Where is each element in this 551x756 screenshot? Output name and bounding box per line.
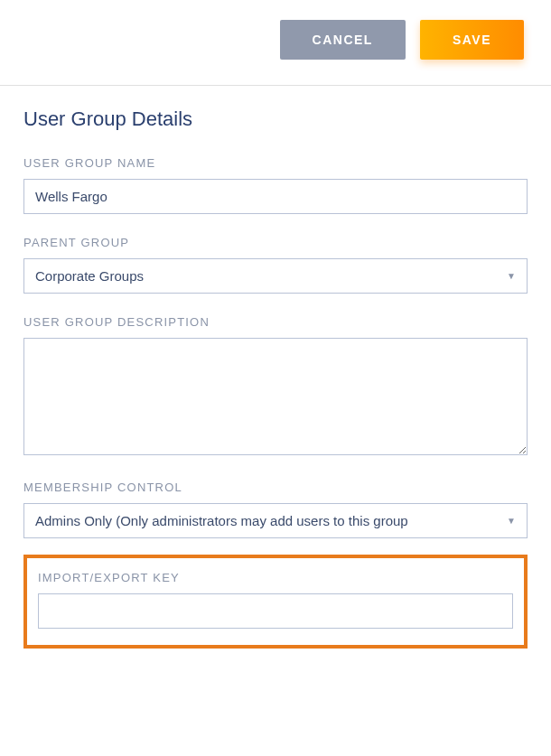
- caret-down-icon: ▼: [507, 516, 516, 526]
- import-export-field-group: IMPORT/EXPORT KEY: [38, 571, 513, 629]
- group-name-input[interactable]: [23, 179, 528, 214]
- membership-control-select[interactable]: Admins Only (Only administrators may add…: [23, 503, 528, 538]
- save-button[interactable]: SAVE: [420, 20, 524, 60]
- membership-control-label: MEMBERSHIP CONTROL: [23, 481, 528, 494]
- import-export-label: IMPORT/EXPORT KEY: [38, 571, 513, 584]
- description-label: USER GROUP DESCRIPTION: [23, 315, 528, 329]
- import-export-input[interactable]: [38, 593, 513, 629]
- page-title: User Group Details: [23, 107, 528, 131]
- cancel-button[interactable]: CANCEL: [280, 20, 406, 60]
- parent-group-field-group: PARENT GROUP Corporate Groups ▼: [23, 236, 528, 294]
- group-name-label: USER GROUP NAME: [23, 156, 528, 170]
- parent-group-value: Corporate Groups: [35, 268, 500, 284]
- import-export-highlight: IMPORT/EXPORT KEY: [23, 555, 528, 649]
- parent-group-select[interactable]: Corporate Groups ▼: [23, 258, 528, 294]
- parent-group-label: PARENT GROUP: [23, 236, 528, 249]
- membership-control-field-group: MEMBERSHIP CONTROL Admins Only (Only adm…: [23, 481, 528, 538]
- group-name-field-group: USER GROUP NAME: [23, 156, 528, 214]
- form-container: User Group Details USER GROUP NAME PAREN…: [0, 86, 551, 649]
- caret-down-icon: ▼: [507, 271, 516, 281]
- action-button-bar: CANCEL SAVE: [0, 0, 551, 85]
- membership-control-value: Admins Only (Only administrators may add…: [35, 513, 500, 528]
- description-textarea[interactable]: [23, 338, 528, 455]
- description-field-group: USER GROUP DESCRIPTION: [23, 315, 528, 459]
